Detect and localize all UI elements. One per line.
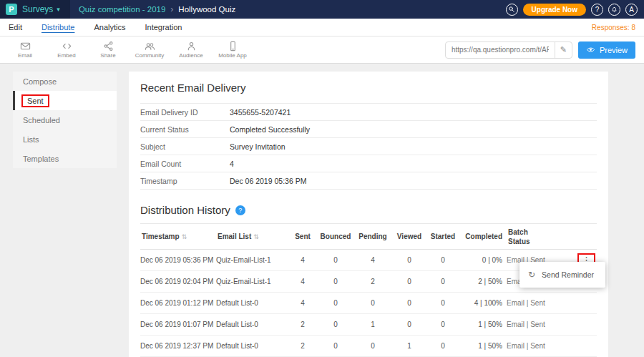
tab-analytics[interactable]: Analytics — [94, 23, 125, 31]
detail-value: 4 — [230, 160, 234, 168]
preview-button[interactable]: Preview — [578, 41, 635, 59]
sidebar-item-label: Sent — [23, 96, 48, 106]
history-table-row[interactable]: Dec 06 2019 01:07 PM Default List-0 2 0 … — [140, 314, 597, 336]
cell-pending: 2 — [353, 278, 392, 285]
col-header-timestamp[interactable]: Timestamp⇅ — [140, 230, 216, 243]
cell-viewed: 0 — [392, 321, 426, 328]
sort-icon[interactable]: ⇅ — [182, 233, 187, 240]
cell-bounced: 0 — [318, 299, 353, 307]
tab-edit[interactable]: Edit — [9, 23, 22, 31]
toolbar-item-audience[interactable]: Audience — [170, 41, 212, 59]
cell-sent: 4 — [288, 278, 318, 285]
recent-delivery-details: Email Delivery ID 3455655-5207421 Curren… — [140, 103, 597, 190]
cell-bounced: 0 — [318, 321, 353, 328]
topbar-actions: Upgrade Now ? A — [506, 4, 644, 16]
detail-label: Current Status — [140, 125, 230, 134]
breadcrumb-parent-link[interactable]: Quiz competition - 2019 — [79, 5, 165, 14]
detail-label: Email Count — [140, 160, 230, 168]
tab-distribute[interactable]: Distribute — [42, 23, 74, 31]
surveys-label: Surveys — [22, 4, 53, 14]
distribution-history-title: Distribution History ? — [140, 204, 597, 216]
toolbar-item-label: Embed — [57, 52, 75, 59]
toolbar-item-label: Mobile App — [218, 52, 247, 59]
cell-completed: 4 | 100% — [459, 299, 507, 307]
brand-block: P Surveys ▾ — [0, 0, 70, 19]
upgrade-now-button[interactable]: Upgrade Now — [523, 4, 586, 16]
cell-sent: 4 — [288, 256, 318, 264]
sidebar-item[interactable]: Scheduled — [13, 110, 117, 129]
community-icon — [144, 41, 156, 52]
toolbar-item-label: Community — [135, 52, 164, 59]
cell-completed: 1 | 50% — [459, 342, 507, 350]
toolbar-item-email[interactable]: Email — [4, 41, 46, 59]
top-bar: P Surveys ▾ Quiz competition - 2019 › Ho… — [0, 0, 644, 19]
distribution-history-table: Timestamp⇅ Email List⇅ Sent Bounced Pend… — [140, 223, 597, 357]
cell-started: 0 — [426, 278, 459, 285]
toolbar-item-embed[interactable]: Embed — [46, 41, 87, 59]
history-help-icon[interactable]: ? — [235, 205, 245, 215]
cell-pending: 0 — [353, 299, 392, 307]
help-button[interactable]: ? — [591, 4, 603, 16]
detail-row: Subject Survey Invitation — [140, 138, 597, 155]
detail-row: Current Status Completed Successfully — [140, 121, 597, 138]
col-header-email-list[interactable]: Email List⇅ — [216, 230, 288, 243]
detail-value: 3455655-5207421 — [230, 108, 291, 117]
col-header-actions — [562, 234, 597, 240]
sidebar-item[interactable]: Compose — [13, 72, 117, 91]
toolbar-item-community[interactable]: Community — [129, 41, 170, 59]
detail-value: Survey Invitation — [230, 142, 286, 151]
sort-icon[interactable]: ⇅ — [253, 233, 259, 240]
history-table-row[interactable]: Dec 06 2019 01:12 PM Default List-0 4 0 … — [140, 293, 597, 314]
tab-integration[interactable]: Integration — [145, 23, 182, 31]
preview-label: Preview — [600, 46, 628, 54]
col-header-bounced: Bounced — [318, 230, 353, 243]
toolbar-item-share[interactable]: Share — [87, 41, 129, 59]
cell-bounced: 0 — [318, 278, 353, 285]
cell-email-list: Default List-0 — [216, 342, 288, 350]
sidebar-item-label: Lists — [23, 135, 39, 144]
cell-completed: 0 | 0% — [459, 256, 507, 264]
search-icon — [508, 6, 515, 13]
col-label: Timestamp — [142, 233, 180, 240]
cell-started: 0 — [426, 299, 459, 307]
chevron-down-icon: ▾ — [57, 6, 60, 13]
cell-actions: ⋮ — [562, 319, 597, 330]
sidebar-item[interactable]: Templates — [13, 149, 117, 168]
detail-label: Timestamp — [140, 177, 230, 185]
col-label: Email List — [218, 233, 251, 240]
history-table-row[interactable]: Dec 06 2019 12:37 PM Default List-0 2 0 … — [140, 336, 597, 357]
toolbar-item-label: Email — [18, 52, 32, 59]
notifications-button[interactable] — [608, 4, 620, 16]
send-reminder-menu-item[interactable]: Send Reminder — [542, 270, 594, 279]
search-button[interactable] — [506, 4, 518, 16]
sent-panel: Recent Email Delivery Email Delivery ID … — [129, 72, 608, 357]
survey-url-input[interactable] — [446, 46, 555, 54]
col-header-pending: Pending — [353, 230, 392, 243]
cell-timestamp: Dec 06 2019 05:36 PM — [140, 256, 216, 264]
cell-completed: 1 | 50% — [459, 321, 507, 328]
detail-row: Timestamp Dec 06 2019 05:36 PM — [140, 172, 597, 190]
avatar[interactable]: A — [625, 4, 638, 16]
cell-started: 0 — [426, 321, 459, 328]
distribute-sidebar: Compose Sent Scheduled Lists Templates — [13, 72, 117, 168]
app-window: P Surveys ▾ Quiz competition - 2019 › Ho… — [0, 0, 644, 357]
sidebar-item[interactable]: Lists — [13, 129, 117, 149]
cell-pending: 1 — [353, 321, 392, 328]
cell-email-list: Default List-0 — [216, 299, 288, 307]
cell-email-list: Quiz-Email-List-1 — [216, 256, 288, 264]
cell-actions: ⋮ — [562, 298, 597, 308]
detail-row: Email Count 4 — [140, 155, 597, 172]
edit-url-button[interactable]: ✎ — [555, 41, 572, 59]
detail-label: Subject — [140, 142, 230, 151]
cell-viewed: 0 — [392, 299, 426, 307]
row-context-menu: ↻ Send Reminder — [519, 262, 605, 288]
toolbar-item-mobile-app[interactable]: Mobile App — [212, 41, 253, 59]
cell-started: 0 — [426, 256, 459, 264]
sidebar-item[interactable]: Sent — [13, 91, 117, 110]
questionpro-logo[interactable]: P — [6, 4, 17, 15]
breadcrumb-current: Hollywood Quiz — [178, 5, 235, 14]
cell-started: 0 — [426, 342, 459, 350]
surveys-dropdown[interactable]: Surveys ▾ — [22, 4, 60, 14]
sidebar-item-label: Scheduled — [23, 116, 60, 124]
distribution-history-label: Distribution History — [140, 204, 230, 216]
